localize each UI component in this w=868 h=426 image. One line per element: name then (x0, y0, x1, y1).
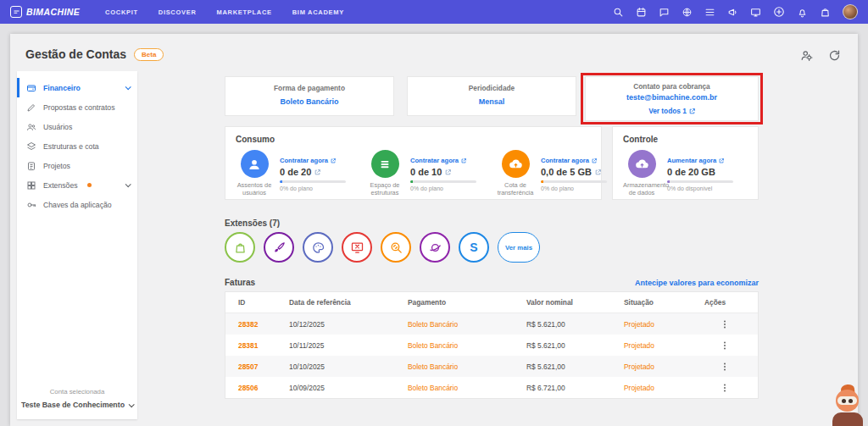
usage-label: Espaço de estruturas (366, 181, 403, 197)
col-payment: Pagamento (408, 298, 526, 307)
periodicity-card: Periodicidade Mensal (407, 76, 576, 116)
invoice-date: 10/12/2025 (289, 320, 408, 329)
usage-progress-bar (541, 180, 607, 183)
invoice-payment: Boleto Bancário (408, 362, 526, 371)
col-id: ID (238, 298, 289, 307)
increase-now-link[interactable]: Aumentar agora (667, 157, 724, 164)
sidebar-item-label: Extensões (43, 181, 78, 190)
card-title: Contato para cobrança (586, 82, 758, 91)
table-row: 28506 10/09/2025 Boleto Bancário R$ 6.72… (225, 377, 758, 398)
pen-icon (26, 102, 36, 113)
contract-now-link[interactable]: Contratar agora (541, 157, 597, 164)
invoice-id[interactable]: 28381 (238, 341, 289, 350)
megaphone-icon[interactable] (727, 7, 738, 18)
controle-panel: Controle Armazenamento de dados Aumentar… (612, 126, 759, 200)
sidebar-item-label: Projetos (43, 162, 70, 170)
sidebar-item-propostas[interactable]: Propostas e contratos (17, 97, 137, 117)
invoice-value: R$ 5.621,00 (526, 320, 624, 329)
globe-icon[interactable] (682, 7, 693, 18)
nav-item-bim-academy[interactable]: BIM ACADEMY (292, 8, 344, 16)
sidebar-items: Financeiro Propostas e contratos Usuário… (17, 71, 137, 214)
more-actions-icon[interactable] (718, 339, 732, 352)
account-selector[interactable]: Teste Base de Conhecimento (21, 401, 133, 409)
invoice-payment: Boleto Bancário (408, 341, 526, 350)
chat-icon[interactable] (659, 7, 670, 18)
extension-bag-icon[interactable] (225, 232, 255, 263)
sidebar-item-projetos[interactable]: Projetos (17, 156, 137, 175)
sidebar-item-label: Propostas e contratos (43, 103, 115, 112)
sidebar: Financeiro Propostas e contratos Usuário… (17, 71, 137, 419)
periodicity-link[interactable]: Mensal (408, 97, 576, 106)
invoice-id[interactable]: 28506 (238, 384, 289, 392)
extension-palette-icon[interactable] (303, 232, 333, 263)
extension-monitor-x-icon[interactable] (342, 232, 372, 263)
sidebar-item-label: Financeiro (43, 84, 81, 92)
contract-now-link[interactable]: Contratar agora (280, 157, 336, 164)
nav-menu: COCKPIT DISCOVER MARKETPLACE BIM ACADEMY (105, 8, 344, 16)
more-actions-icon[interactable] (718, 381, 732, 395)
billing-contact-email-link[interactable]: teste@bimachine.com.br (586, 93, 758, 102)
users-icon (26, 122, 36, 132)
nav-item-discover[interactable]: DISCOVER (159, 8, 197, 16)
extension-brush-icon[interactable] (264, 232, 294, 263)
sidebar-item-label: Estruturas e cota (43, 142, 99, 151)
usage-transfer-quota: Cota de transferência Contratar agora 0,… (497, 150, 607, 197)
usage-percent: 0% do disponível (667, 185, 733, 191)
account-name: Teste Base de Conhecimento (21, 401, 125, 409)
structures-icon (371, 150, 399, 178)
search-icon[interactable] (613, 7, 624, 18)
invoice-status: Projetado (624, 362, 704, 371)
more-actions-icon[interactable] (718, 360, 732, 373)
usage-value[interactable]: 0 de 10 (410, 167, 476, 177)
usage-percent: 0% do plano (541, 185, 607, 191)
consumo-title: Consumo (236, 135, 591, 144)
anticipate-values-link[interactable]: Antecipe valores para economizar (635, 279, 759, 287)
refresh-icon[interactable] (828, 49, 841, 62)
bimachine-logo-icon (10, 6, 22, 18)
consumo-panel: Consumo Assentos de usuários Contratar a… (225, 126, 602, 200)
usage-value: 0 de 20 GB (667, 167, 733, 177)
sidebar-item-extensoes[interactable]: Extensões (17, 175, 137, 195)
extension-planet-icon[interactable] (420, 232, 450, 263)
user-avatar[interactable] (843, 4, 858, 19)
col-status: Situação (624, 298, 704, 307)
wallet-icon (26, 83, 36, 93)
sidebar-item-chaves[interactable]: Chaves da aplicação (17, 195, 137, 214)
see-all-contacts-link[interactable]: Ver todos 1 (648, 107, 695, 115)
usage-percent: 0% do plano (410, 185, 476, 191)
payment-method-link[interactable]: Boleto Bancário (225, 97, 393, 106)
calendar-icon[interactable] (636, 7, 647, 18)
external-link-icon (595, 169, 601, 175)
invoice-id[interactable]: 28507 (238, 362, 289, 371)
nav-item-cockpit[interactable]: COCKPIT (105, 8, 138, 16)
account-selected-label: Conta selecionada (17, 388, 137, 396)
more-actions-icon[interactable] (718, 318, 732, 331)
manage-accounts-icon[interactable] (800, 49, 813, 62)
extension-s-badge-icon[interactable]: S (459, 232, 489, 263)
notification-dot (87, 183, 92, 187)
extension-search-sync-icon[interactable] (381, 232, 411, 263)
plus-circle-icon[interactable] (773, 6, 785, 18)
sidebar-item-usuarios[interactable]: Usuários (17, 117, 137, 136)
usage-storage: Armazenamento de dados Aumentar agora 0 … (623, 150, 733, 197)
usage-value[interactable]: 0 de 20 (280, 167, 346, 177)
brand-logo[interactable]: BIMACHINE (10, 6, 80, 18)
bell-icon[interactable] (797, 7, 808, 18)
support-mascot[interactable] (830, 384, 865, 426)
cloud-upload-icon (502, 150, 530, 178)
nav-item-marketplace[interactable]: MARKETPLACE (217, 8, 272, 16)
bag-icon[interactable] (820, 7, 831, 18)
sidebar-item-estruturas[interactable]: Estruturas e cota (17, 136, 137, 156)
usage-label: Assentos de usuários (236, 181, 273, 197)
invoice-id[interactable]: 28382 (238, 320, 289, 329)
usage-value[interactable]: 0,0 de 5 GB (541, 167, 607, 177)
menu-icon[interactable] (704, 7, 715, 18)
contract-now-link[interactable]: Contratar agora (410, 157, 466, 164)
invoice-status: Projetado (624, 384, 704, 392)
see-more-extensions-button[interactable]: Ver mais (498, 232, 540, 263)
monitor-icon[interactable] (750, 7, 761, 18)
content-panel: Gestão de Contas Beta Financeiro Pr (10, 34, 858, 426)
external-link-icon (445, 169, 451, 175)
account-selector-area: Conta selecionada Teste Base de Conhecim… (17, 388, 137, 411)
sidebar-item-financeiro[interactable]: Financeiro (17, 78, 137, 97)
